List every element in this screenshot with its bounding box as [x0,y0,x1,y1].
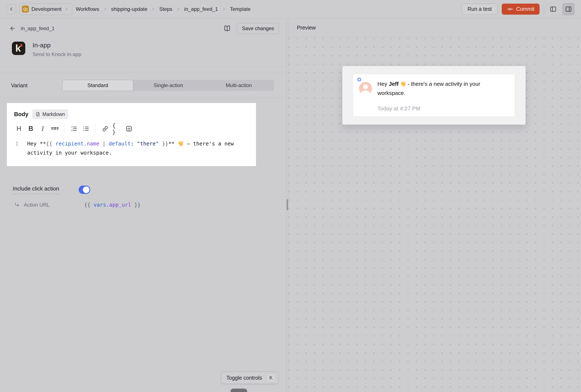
action-url-value[interactable]: {{ vars.app_url }} [84,202,141,208]
commit-button[interactable]: Commit [502,3,540,15]
bullet-list-icon[interactable] [81,124,91,133]
panel-resize-handle[interactable] [287,199,288,210]
toggle-knob [83,186,90,193]
channel-name: In-app [32,42,82,49]
panel-left-icon [550,5,557,13]
docs-button[interactable] [222,24,232,33]
chevron-right-icon [222,7,226,11]
variant-section: Variant Standard Single-action Multi-act… [0,73,286,98]
variant-label: Variant [11,82,28,88]
unread-indicator [358,78,361,81]
code-block-icon[interactable] [124,124,134,133]
template-editor-panel: in_app_feed_1 Save changes k In-app Send… [0,18,286,392]
preview-dotted-canvas: Hey Jeff - there's a new activity in you… [288,37,581,392]
ordered-list-icon[interactable]: 12 [69,124,79,133]
variant-option-multi-action[interactable]: Multi-action [204,80,274,91]
toolbar-divider [64,125,64,133]
notification-timestamp: Today at 4:27 PM [378,105,420,112]
commit-label: Commit [516,6,534,12]
link-icon[interactable] [100,124,110,133]
bold-icon[interactable]: B [26,124,36,133]
body-editor-card: Body Markdown H B I ”” 12 [7,103,256,166]
breadcrumb-steps[interactable]: Steps [159,6,172,12]
keyboard-shortcut-badge: K [267,374,275,382]
top-bar: Development Workflows shipping-update St… [0,0,581,18]
bottom-clipped-pill [230,389,247,392]
toggle-controls-button[interactable]: Toggle controls K [221,372,278,384]
preview-title: Preview [297,25,316,31]
quote-icon[interactable]: ”” [50,124,60,133]
action-url-label: Action URL [24,202,50,208]
notification-card[interactable]: Hey Jeff - there's a new activity in you… [353,74,515,117]
line-number: 1 [14,139,27,157]
channel-description: Send to Knock in-app [32,51,82,57]
wave-emoji [178,141,184,146]
variable-braces-icon[interactable]: { } [112,124,122,133]
recipient-name: Jeff [389,81,398,87]
folder-environment-icon [22,5,29,12]
preview-header: Preview [288,18,581,37]
heading-icon[interactable]: H [14,124,24,133]
toggle-left-panel-button[interactable] [548,4,558,14]
variant-option-single-action[interactable]: Single-action [133,80,204,91]
include-click-action-label: Include click action [13,185,59,194]
topbar-actions: Run a test Commit [462,3,574,15]
chevron-left-icon [9,6,14,12]
body-code-editor[interactable]: 1 Hey **{{ recipient.name | default: "th… [14,139,249,157]
book-icon [224,25,231,32]
notification-message: Hey Jeff - there's a new activity in you… [378,79,502,98]
corner-down-right-icon [14,202,20,208]
chevron-right-icon [65,7,68,11]
knock-logo: k [12,42,25,55]
chevron-right-icon [152,7,155,11]
topbar-divider [544,4,544,14]
variant-option-standard[interactable]: Standard [62,80,133,91]
svg-text:1: 1 [71,125,72,128]
toolbar-divider [96,125,96,133]
person-icon [363,84,368,89]
environment-label: Development [32,6,62,12]
chevron-right-icon [104,7,107,11]
svg-text:2: 2 [71,129,72,132]
toggle-controls-label: Toggle controls [226,375,262,381]
arrow-left-icon [9,25,16,32]
markdown-file-icon [36,112,40,117]
back-to-step-button[interactable] [9,25,16,32]
preview-panel: Preview Hey Jeff - there's a new activit… [288,18,581,392]
include-click-action-row: Include click action [13,185,286,194]
variant-segmented-control: Standard Single-action Multi-action [62,80,274,91]
chevron-right-icon [176,7,180,11]
editor-panel-header: in_app_feed_1 Save changes [0,18,286,34]
format-badge-label: Markdown [42,111,65,117]
panel-right-icon [565,5,572,13]
feed-preview-container: Hey Jeff - there's a new activity in you… [342,66,526,125]
avatar [359,82,372,95]
breadcrumb-template[interactable]: Template [230,6,250,12]
breadcrumb-workflows[interactable]: Workflows [76,6,99,12]
save-changes-button[interactable]: Save changes [237,23,279,34]
toggle-right-panel-button[interactable] [562,3,574,15]
body-field-label: Body [14,111,28,118]
action-url-row: Action URL {{ vars.app_url }} [14,202,286,208]
code-content[interactable]: Hey **{{ recipient.name | default: "ther… [27,139,249,157]
breadcrumb-workflow-name[interactable]: shipping-update [111,6,148,12]
include-click-action-toggle[interactable] [79,186,90,194]
section-divider [0,66,286,66]
channel-info: k In-app Send to Knock in-app [0,34,286,57]
breadcrumb-step-name[interactable]: in_app_feed_1 [184,6,218,12]
format-badge[interactable]: Markdown [32,109,68,119]
formatting-toolbar: H B I ”” 12 { } [14,124,249,133]
wave-emoji [400,81,406,87]
back-button[interactable] [6,4,16,14]
commit-icon [507,7,513,11]
step-title: in_app_feed_1 [21,25,54,31]
environment-switcher[interactable]: Development [20,3,72,15]
italic-icon[interactable]: I [38,124,48,133]
run-test-button[interactable]: Run a test [462,3,498,15]
